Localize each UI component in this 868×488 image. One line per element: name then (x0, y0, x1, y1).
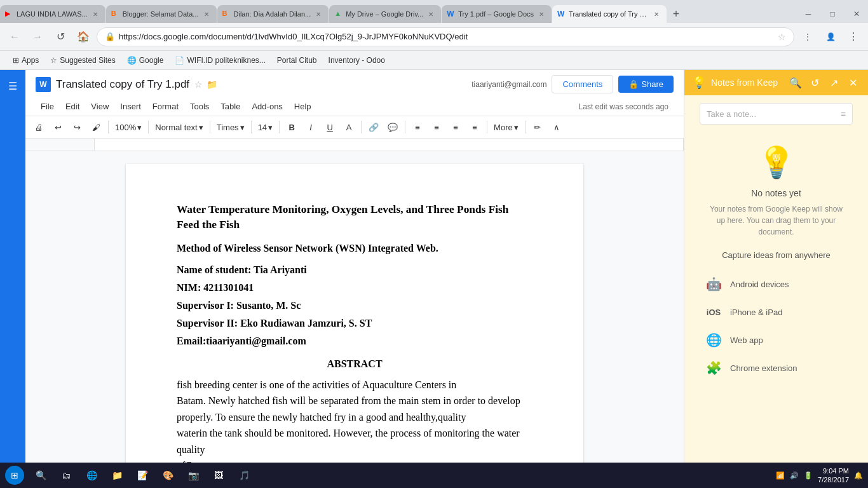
home-button[interactable]: 🏠 (74, 27, 93, 46)
tab-drive[interactable]: ▲ My Drive – Google Driv... ✕ (329, 5, 441, 23)
tab3-close[interactable]: ✕ (313, 9, 323, 19)
taskbar-clock[interactable]: 9:04 PM 7/28/2017 (818, 466, 849, 485)
comments-button[interactable]: Comments (552, 75, 613, 93)
tab5-favicon: W (447, 10, 456, 18)
align-left-button[interactable]: ≡ (409, 119, 426, 135)
address-bar[interactable]: 🔒 https://docs.google.com/document/d/1lv… (97, 27, 794, 46)
window-maximize-button[interactable]: □ (821, 5, 844, 23)
keep-refresh-icon[interactable]: ↺ (807, 75, 822, 90)
chevron-down-icon5: ▾ (514, 123, 519, 132)
print-button[interactable]: 🖨 (31, 119, 47, 135)
menu-edit[interactable]: Edit (60, 100, 85, 113)
taskbar-explorer[interactable]: 📁 (105, 465, 128, 485)
edit-pen-button[interactable]: ✏ (529, 119, 546, 135)
redo-button[interactable]: ↪ (69, 119, 85, 135)
menu-table[interactable]: Table (215, 100, 245, 113)
bookmark-apps[interactable]: ⊞ Apps (8, 54, 44, 67)
bookmark-wifi[interactable]: 📄 WIFI.ID politekniknes... (170, 54, 270, 67)
folder-location-icon[interactable]: 📁 (207, 79, 217, 90)
zoom-dropdown[interactable]: 100% ▾ (112, 121, 144, 133)
align-center-button[interactable]: ≡ (428, 119, 445, 135)
forward-button[interactable]: → (28, 27, 47, 46)
tab4-title: My Drive – Google Driv... (346, 10, 423, 18)
new-tab-button[interactable]: + (667, 5, 685, 23)
share-button[interactable]: 🔒 Share (618, 76, 674, 93)
document-title[interactable]: Translated copy of Try 1.pdf (56, 78, 189, 91)
browser-tabs: ▶ LAGU INDIA LAWAS... ✕ B Blogger: Selam… (0, 0, 868, 23)
menu-file[interactable]: File (36, 100, 59, 113)
back-button[interactable]: ← (5, 27, 24, 46)
body-line-0: fish breeding center is one of the activ… (177, 377, 532, 393)
refresh-button[interactable]: ↺ (51, 27, 70, 46)
menu-format[interactable]: Format (147, 100, 184, 113)
tab4-favicon: ▲ (334, 10, 343, 18)
bookmark-google[interactable]: 🌐 Google (122, 54, 169, 67)
taskbar-word[interactable]: 📝 (131, 465, 154, 485)
text-color-button[interactable]: A (341, 119, 357, 135)
keep-app-chrome[interactable]: 🧩 Chrome extension (705, 354, 848, 382)
menu-view[interactable]: View (86, 100, 114, 113)
style-dropdown[interactable]: Normal text ▾ (153, 121, 205, 133)
network-icon[interactable]: 📶 (776, 471, 785, 480)
document-area[interactable]: Water Temperature Monitoring, Oxygen Lev… (25, 151, 684, 488)
taskbar-media[interactable]: 🎵 (233, 465, 255, 485)
tab1-close[interactable]: ✕ (90, 9, 100, 19)
tab-translated[interactable]: W Translated copy of Try 1... ✕ (552, 5, 667, 23)
menu-insert[interactable]: Insert (115, 100, 146, 113)
keep-close-icon[interactable]: ✕ (845, 75, 860, 90)
bold-button[interactable]: B (283, 119, 300, 135)
taskbar-chrome[interactable]: 🌐 (80, 465, 103, 485)
keep-search-icon[interactable]: 🔍 (788, 75, 803, 90)
taskbar-cortana[interactable]: 🗂 (55, 465, 78, 485)
body-line-3: waterin the tank should be monitored. Ho… (177, 425, 532, 458)
bookmark-inventory[interactable]: Inventory - Odoo (323, 54, 390, 67)
taskbar-photos[interactable]: 🖼 (207, 465, 230, 485)
notification-icon[interactable]: 🔔 (854, 471, 863, 480)
link-button[interactable]: 🔗 (365, 119, 382, 135)
menu-addons[interactable]: Add-ons (247, 100, 287, 113)
tab-try1[interactable]: W Try 1.pdf – Google Docs ✕ (442, 5, 552, 23)
window-close-button[interactable]: ✕ (845, 5, 868, 23)
bookmark-portal[interactable]: Portal Citub (272, 54, 322, 67)
keep-note-input[interactable]: Take a note... ≡ (700, 103, 853, 125)
align-right-button[interactable]: ≡ (447, 119, 464, 135)
tab2-close[interactable]: ✕ (201, 9, 212, 19)
align-justify-button[interactable]: ≡ (466, 119, 483, 135)
taskbar-camera[interactable]: 📷 (182, 465, 205, 485)
tab6-close[interactable]: ✕ (651, 9, 661, 19)
italic-button[interactable]: I (302, 119, 319, 135)
keep-app-ios[interactable]: iOS iPhone & iPad (705, 298, 848, 326)
undo-button[interactable]: ↩ (50, 119, 66, 135)
underline-button[interactable]: U (322, 119, 338, 135)
window-minimize-button[interactable]: ─ (797, 5, 820, 23)
font-dropdown[interactable]: Times ▾ (214, 121, 247, 133)
tab-blogger2[interactable]: B Dilan: Dia Adalah Dilan... ✕ (217, 5, 329, 23)
menu-button[interactable]: ⋮ (844, 27, 863, 46)
battery-icon[interactable]: 🔋 (804, 471, 813, 480)
menu-help[interactable]: Help (289, 100, 316, 113)
bookmark-suggested[interactable]: ☆ Suggested Sites (45, 54, 120, 67)
start-button[interactable]: ⊞ (5, 466, 24, 485)
extensions-button[interactable]: ⋮ (798, 27, 817, 46)
tab-blogger1[interactable]: B Blogger: Selamat Data... ✕ (106, 5, 217, 23)
account-button[interactable]: 👤 (821, 27, 840, 46)
volume-icon[interactable]: 🔊 (790, 471, 799, 480)
spelling-button[interactable]: ∧ (548, 119, 565, 135)
paint-format-button[interactable]: 🖌 (88, 119, 104, 135)
tab5-close[interactable]: ✕ (536, 9, 546, 19)
tab4-close[interactable]: ✕ (426, 9, 436, 19)
tab-lagu[interactable]: ▶ LAGU INDIA LAWAS... ✕ (0, 5, 105, 23)
bookmark-star-icon[interactable]: ☆ (778, 32, 786, 42)
taskbar-paint[interactable]: 🎨 (156, 465, 179, 485)
keep-app-android[interactable]: 🤖 Android devices (705, 270, 848, 298)
star-favorite-icon[interactable]: ☆ (194, 79, 203, 90)
taskbar-items: 🔍 🗂 🌐 📁 📝 🎨 📷 🖼 🎵 (29, 465, 771, 485)
more-dropdown[interactable]: More ▾ (491, 121, 521, 133)
menu-tools[interactable]: Tools (185, 100, 214, 113)
comment-button[interactable]: 💬 (384, 119, 401, 135)
taskbar-search[interactable]: 🔍 (29, 465, 52, 485)
sidebar-menu-button[interactable]: ☰ (3, 76, 22, 95)
keep-external-icon[interactable]: ↗ (826, 75, 841, 90)
keep-app-web[interactable]: 🌐 Web app (705, 326, 848, 354)
fontsize-dropdown[interactable]: 14 ▾ (255, 121, 275, 133)
